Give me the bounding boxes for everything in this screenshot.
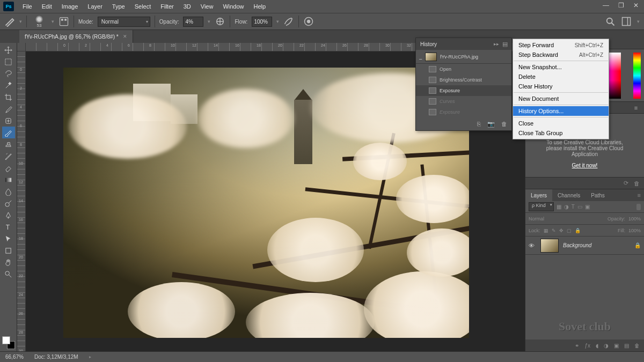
fx-icon[interactable]: ƒx [584, 343, 590, 349]
eraser-tool[interactable] [2, 162, 15, 174]
search-icon[interactable] [605, 16, 616, 27]
workspace-switcher-icon[interactable] [621, 16, 632, 27]
trash-icon[interactable]: 🗑 [634, 180, 640, 187]
adjustment-icon[interactable]: ◑ [604, 343, 609, 349]
delete-layer-icon[interactable]: 🗑 [634, 343, 640, 349]
context-menu-item[interactable]: Close Tab Group [513, 128, 609, 138]
filter-text-icon[interactable]: T [572, 204, 575, 210]
chevron-collapse-icon[interactable]: ▸▸ [494, 41, 499, 47]
pressure-size-icon[interactable] [303, 16, 314, 27]
tool-preset-icon[interactable] [4, 16, 15, 27]
eyedropper-tool[interactable] [2, 103, 15, 115]
history-panel-header[interactable]: History ▸▸ ▤ [416, 38, 511, 50]
tab-paths[interactable]: Paths [586, 189, 610, 201]
context-menu-item[interactable]: New Snapshot... [513, 62, 609, 72]
airbrush-icon[interactable] [283, 16, 294, 27]
tab-channels[interactable]: Channels [552, 189, 586, 201]
layer-name[interactable]: Background [563, 242, 630, 248]
lasso-tool[interactable] [2, 68, 15, 79]
magic-wand-tool[interactable] [2, 79, 15, 91]
close-tab-icon[interactable]: ✕ [123, 34, 127, 39]
brush-tool[interactable] [2, 127, 15, 138]
menu-type[interactable]: Type [108, 2, 129, 11]
menu-image[interactable]: Image [57, 2, 83, 11]
menu-file[interactable]: File [18, 2, 36, 11]
lock-paint-icon[interactable]: ✎ [552, 228, 556, 233]
history-brush-tool[interactable] [2, 150, 15, 162]
doc-info[interactable]: Doc: 3,12M/3,12M [34, 354, 78, 360]
context-menu-item[interactable]: Clear History [513, 82, 609, 91]
flow-field[interactable]: 100% [252, 17, 272, 27]
context-menu-item[interactable]: Step BackwardAlt+Ctrl+Z [513, 50, 609, 60]
color-swatches[interactable] [2, 336, 15, 349]
menu-3d[interactable]: 3D [179, 2, 195, 11]
blur-tool[interactable] [2, 186, 15, 197]
history-step[interactable]: Brightness/Contrast [416, 75, 511, 85]
pen-tool[interactable] [2, 209, 15, 221]
clone-stamp-tool[interactable] [2, 138, 15, 150]
panel-menu-icon[interactable]: ≡ [638, 192, 644, 198]
layer-thumbnail[interactable] [540, 239, 559, 253]
lock-position-icon[interactable]: ✥ [559, 228, 564, 233]
menu-filter[interactable]: Filter [156, 2, 178, 11]
new-document-from-state-icon[interactable]: ⎘ [477, 121, 481, 127]
lock-all-icon[interactable]: 🔒 [575, 228, 581, 233]
menu-help[interactable]: Help [250, 2, 270, 11]
filter-toggle[interactable] [636, 204, 641, 210]
hue-slider[interactable] [633, 53, 641, 99]
history-brush-source-icon[interactable]: ⎯ [419, 54, 422, 60]
filter-smart-icon[interactable]: ▣ [585, 204, 590, 210]
menu-layer[interactable]: Layer [83, 2, 107, 11]
visibility-icon[interactable]: 👁 [529, 242, 536, 249]
history-source-row[interactable]: ⎯ fYv-RUcCPhA.jpg [416, 50, 511, 64]
brush-preview[interactable]: 53 [31, 15, 47, 28]
panel-menu-icon[interactable]: ▤ [502, 41, 507, 48]
shape-tool[interactable] [2, 245, 15, 256]
ruler-vertical[interactable]: 024681012141618202224262830 [17, 51, 26, 351]
link-layers-icon[interactable]: ⚭ [575, 343, 579, 349]
filter-shape-icon[interactable]: ▭ [577, 204, 582, 210]
new-layer-icon[interactable]: ▤ [624, 343, 629, 349]
menu-edit[interactable]: Edit [38, 2, 56, 11]
text-tool[interactable]: T [2, 221, 15, 233]
pressure-opacity-icon[interactable] [215, 16, 225, 27]
context-menu-item[interactable]: Delete [513, 72, 609, 82]
dodge-tool[interactable] [2, 197, 15, 209]
menu-select[interactable]: Select [130, 2, 156, 11]
window-close-icon[interactable]: ✕ [631, 2, 641, 9]
layer-blend-select[interactable]: Normal [529, 216, 565, 221]
path-select-tool[interactable] [2, 233, 15, 245]
window-restore-icon[interactable]: ❐ [616, 2, 626, 9]
filter-kind-select[interactable]: ρ Kind [529, 202, 554, 211]
hand-tool[interactable] [2, 256, 15, 268]
opacity-field[interactable]: 4% [183, 17, 203, 27]
delete-state-icon[interactable]: 🗑 [501, 121, 507, 127]
filter-pixel-icon[interactable]: ▦ [557, 204, 561, 210]
context-menu-item[interactable]: New Document [513, 94, 609, 104]
layer-lock-icon[interactable]: 🔒 [634, 242, 641, 248]
layer-opacity-value[interactable]: 100% [628, 216, 641, 221]
brush-panel-toggle-icon[interactable] [58, 16, 69, 27]
new-snapshot-icon[interactable]: 📷 [487, 121, 495, 128]
get-it-now-link[interactable]: Get it now! [572, 162, 598, 168]
marquee-tool[interactable] [2, 56, 15, 68]
panel-menu-icon[interactable]: ≡ [631, 104, 641, 112]
move-tool[interactable] [2, 44, 15, 56]
history-step[interactable]: Exposure [416, 107, 511, 117]
lock-pixels-icon[interactable]: ▦ [544, 228, 548, 233]
history-step[interactable]: Curves [416, 96, 511, 107]
menu-view[interactable]: View [196, 2, 218, 11]
context-menu-item[interactable]: Step ForwardShift+Ctrl+Z [513, 40, 609, 50]
context-menu-item[interactable]: History Options... [513, 106, 609, 116]
layer-row[interactable]: 👁 Background 🔒 [525, 237, 644, 255]
cloud-sync-icon[interactable]: ⟳ [624, 180, 628, 187]
blend-mode-select[interactable]: Normal [98, 17, 150, 27]
menu-window[interactable]: Window [218, 2, 248, 11]
mask-icon[interactable]: ◖ [596, 343, 598, 349]
window-minimize-icon[interactable]: — [601, 2, 611, 9]
healing-brush-tool[interactable] [2, 115, 15, 127]
filter-adjust-icon[interactable]: ◑ [564, 204, 569, 210]
gradient-tool[interactable] [2, 174, 15, 186]
tab-layers[interactable]: Layers [525, 189, 552, 201]
lock-artboard-icon[interactable]: ▢ [567, 228, 572, 233]
